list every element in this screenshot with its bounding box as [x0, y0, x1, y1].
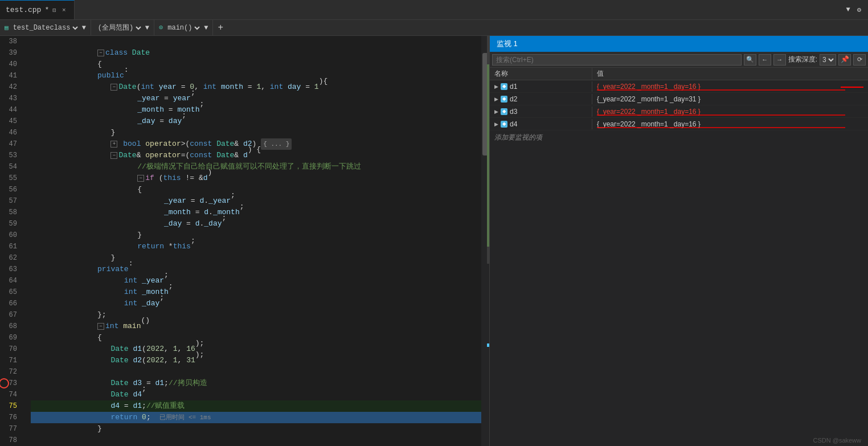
scrollbar-track[interactable] [481, 36, 489, 446]
watch-search-input[interactable] [492, 54, 742, 66]
ln-40: 40 [0, 59, 22, 70]
watch-d2-value-text: {_year=2022 _month=1 _day=31 } [597, 95, 701, 103]
watch-depth-select[interactable]: 3 1 2 4 5 [820, 54, 836, 66]
watch-col-name-header: 名称 [490, 68, 592, 80]
var-icon-d1: ◆ [501, 83, 507, 90]
tab-label: test.cpp [6, 6, 41, 14]
watch-row-d3[interactable]: ▶ ◆ d3 {_year=2022 _month=1 _day=16 } [490, 105, 868, 118]
watch-d3-label: d3 [510, 108, 517, 116]
ln-78: 78 [0, 435, 22, 446]
code-line-38 [31, 36, 481, 47]
watch-row-d1-name: ▶ ◆ d1 [490, 81, 592, 92]
watch-row-d2-value: {_year=2022 _month=1 _day=31 } [592, 94, 868, 104]
watermark: CSDN @sakeww [490, 435, 868, 446]
function-dropdown-arrow: ▼ [204, 24, 208, 32]
watch-row-d1[interactable]: ▶ ◆ d1 {_year=2022 _month=1 _day=16 } [490, 80, 868, 93]
ln-58: 58 [0, 207, 22, 218]
watch-toolbar: 🔍 ← → 搜索深度: 3 1 2 4 5 📌 ⟳ [490, 52, 868, 68]
ln-63: 63 [0, 264, 22, 275]
function-icon: ⊙ [159, 23, 163, 32]
code-content: 38 39 40 41 42 43 44 45 46 47 53 54 55 5… [0, 36, 489, 446]
add-member-button[interactable]: + [213, 23, 228, 33]
tab-spacer [75, 0, 839, 19]
code-line-77: } [31, 423, 481, 435]
tab-bar: test.cpp * ⊡ × ▼ ⚙ [0, 0, 868, 20]
tab-close-icon[interactable]: × [59, 6, 68, 15]
var-icon-d3: ◆ [501, 108, 507, 115]
ln-42: 42 [0, 81, 22, 93]
ln-71: 71 [0, 355, 22, 366]
ln-75: 75 [0, 400, 22, 412]
tab-modified-dot: * [44, 6, 49, 14]
watch-depth-label: 搜索深度: [788, 55, 817, 64]
ln-70: 70 [0, 343, 22, 355]
ln-46: 46 [0, 127, 22, 138]
ln-77: 77 [0, 423, 22, 435]
ln-38: 38 [0, 36, 22, 47]
expand-d1[interactable]: ▶ [494, 84, 498, 89]
watch-refresh-button[interactable]: ⟳ [853, 54, 866, 66]
watch-search-button[interactable]: 🔍 [744, 54, 756, 66]
ln-69: 69 [0, 332, 22, 343]
scope-dropdown[interactable]: (全局范围) [96, 23, 143, 32]
function-dropdown[interactable]: main() [165, 23, 202, 32]
code-line-71: Date d2(2022, 1, 31); [31, 355, 481, 366]
watch-nav-forward[interactable]: → [773, 54, 786, 66]
ln-41: 41 [0, 70, 22, 81]
watch-row-d3-value: {_year=2022 _month=1 _day=16 } [592, 107, 868, 117]
ln-47: 47 [0, 138, 22, 150]
watch-panel: 监视 1 🔍 ← → 搜索深度: 3 1 2 4 5 📌 ⟳ [490, 36, 868, 446]
expand-d3[interactable]: ▶ [494, 109, 498, 114]
tab-settings-icon[interactable]: ⚙ [855, 5, 863, 15]
ln-55: 55 [0, 173, 22, 184]
ln-56: 56 [0, 184, 22, 195]
ln-67: 67 [0, 309, 22, 321]
ln-74: 74 [0, 389, 22, 400]
ln-61: 61 [0, 241, 22, 252]
watch-d2-label: d2 [510, 95, 517, 103]
var-icon-d2: ◆ [501, 96, 507, 103]
tab-dropdown-icon[interactable]: ▼ [844, 5, 853, 15]
watch-nav-back[interactable]: ← [759, 54, 771, 66]
watch-row-d4-name: ▶ ◆ d4 [490, 119, 592, 129]
function-selector[interactable]: ⊙ main() ▼ [154, 20, 213, 35]
watch-row-d2[interactable]: ▶ ◆ d2 {_year=2022 _month=1 _day=31 } [490, 93, 868, 105]
file-icon: ▤ [5, 24, 9, 31]
watch-title-bar: 监视 1 [490, 36, 868, 52]
watch-row-d4[interactable]: ▶ ◆ d4 {_year=2022 _month=1 _day=16 } [490, 118, 868, 130]
scroll-green-marker [487, 64, 489, 247]
ln-44: 44 [0, 104, 22, 116]
watch-row-d2-name: ▶ ◆ d2 [490, 94, 592, 104]
file-selector[interactable]: ▤ test_Dateclass ▼ [0, 20, 91, 35]
file-dropdown[interactable]: test_Dateclass [11, 23, 80, 32]
watch-add-row[interactable]: 添加要监视的项 [490, 130, 868, 145]
ln-66: 66 [0, 298, 22, 309]
code-lines[interactable]: −class Date { public: −Date(int year = 0… [28, 36, 481, 446]
watch-row-d1-value: {_year=2022 _month=1 _day=16 } [592, 81, 868, 92]
scope-selector[interactable]: (全局范围) ▼ [91, 20, 154, 35]
collapse-47[interactable]: + [110, 141, 117, 148]
expand-d4[interactable]: ▶ [494, 121, 498, 127]
ln-53: 53 [0, 150, 22, 161]
ln-68: 68 [0, 321, 22, 332]
watch-table-header: 名称 值 [490, 68, 868, 80]
blue-indicator [487, 343, 489, 347]
ln-43: 43 [0, 93, 22, 104]
ln-57: 57 [0, 195, 22, 207]
d1-red-squiggle-right [841, 85, 863, 88]
watch-col-value-header: 值 [592, 68, 868, 80]
ln-45: 45 [0, 116, 22, 127]
app-root: test.cpp * ⊡ × ▼ ⚙ ▤ test_Dateclass ▼ (全… [0, 0, 868, 446]
watch-pin-button[interactable]: 📌 [838, 54, 851, 66]
line-numbers: 38 39 40 41 42 43 44 45 46 47 53 54 55 5… [0, 36, 28, 446]
watch-row-d3-name: ▶ ◆ d3 [490, 107, 592, 117]
toolbar: ▤ test_Dateclass ▼ (全局范围) ▼ ⊙ main() ▼ + [0, 20, 868, 36]
code-line-67: }; [31, 309, 481, 321]
ln-72: 72 [0, 366, 22, 378]
watch-d1-label: d1 [510, 83, 517, 91]
debug-breakpoint [0, 378, 9, 388]
tab-pin-icon[interactable]: ⊡ [52, 7, 56, 14]
d4-red-squiggle [597, 127, 845, 128]
tab-test-cpp[interactable]: test.cpp * ⊡ × [0, 0, 75, 19]
expand-d2[interactable]: ▶ [494, 96, 498, 102]
